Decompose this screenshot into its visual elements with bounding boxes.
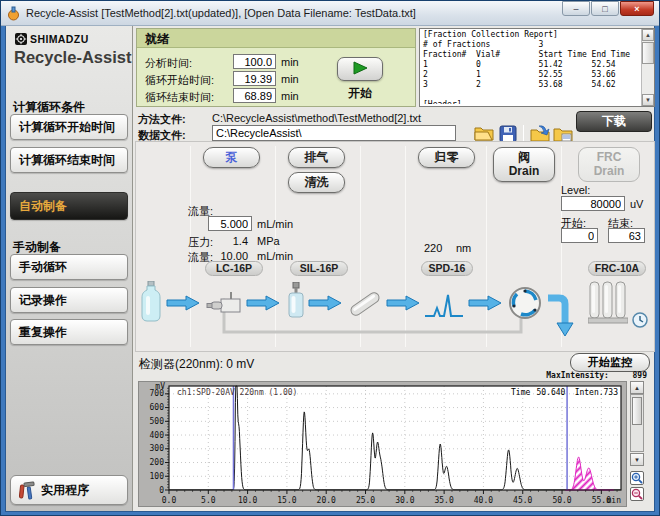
chart-scrollbar[interactable] <box>630 394 644 452</box>
utility-button[interactable]: 实用程序 <box>10 475 128 505</box>
calc-start-time-button[interactable]: 计算循环开始时间 <box>10 114 128 140</box>
device-badge-pump: LC-16P <box>205 261 263 276</box>
flow-arrow-icon <box>246 295 280 311</box>
shimadzu-logo-icon <box>15 33 27 45</box>
fraction-report-text: [Fraction Collection Report] # of Fracti… <box>420 29 640 104</box>
rinse-button[interactable]: 清洗 <box>288 172 345 193</box>
chromatogram-chart[interactable]: 01002003004005006007000.05.010.015.020.0… <box>138 381 627 507</box>
level-label: Level: <box>561 184 590 196</box>
chart-legend: ch1:SPD-20AV 220nm (1.00) <box>177 388 297 397</box>
y-axis-unit: mV <box>155 382 165 391</box>
maximize-button[interactable]: □ <box>591 1 619 16</box>
logo-text: SHIMADZU <box>30 33 89 45</box>
cycle-start-time-label: 循环开始时间: <box>145 73 214 88</box>
total-flow-unit: mL/min <box>257 250 293 262</box>
pressure-label: 压力: <box>188 235 213 250</box>
analysis-time-input[interactable] <box>233 54 276 69</box>
calc-end-time-button[interactable]: 计算循环结束时间 <box>10 147 128 173</box>
chart-scroll-down-button[interactable]: ▼ <box>630 453 644 466</box>
valve-drain-button[interactable]: 阀 Drain <box>493 147 555 182</box>
chart-scroll-up-button[interactable]: ▲ <box>630 381 644 394</box>
data-file-input[interactable] <box>212 125 456 141</box>
detector-peak-icon <box>424 292 464 319</box>
analysis-time-label: 分析时间: <box>145 56 192 71</box>
frc-drain-line1: FRC <box>597 150 622 164</box>
column-icon <box>348 287 382 321</box>
pressure-value: 1.4 <box>222 235 248 247</box>
column-divider <box>405 146 406 347</box>
cycle-start-time-input[interactable] <box>233 71 276 86</box>
download-button[interactable]: 下载 <box>576 111 652 132</box>
y-tick-label: 500 <box>150 417 165 426</box>
utility-button-label: 实用程序 <box>41 482 89 499</box>
pressure-unit: MPa <box>257 235 280 247</box>
recycle-valve-icon <box>508 286 542 320</box>
window-title: Recycle-Assist [TestMethod[2].txt(update… <box>26 7 561 19</box>
close-button[interactable]: × <box>620 1 654 16</box>
x-tick-label: 35.0 <box>434 496 453 505</box>
frc-drain-line2: Drain <box>594 164 625 178</box>
pump-button[interactable]: 泵 <box>203 147 260 168</box>
x-tick-label: 40.0 <box>474 496 493 505</box>
x-tick-label: 10.0 <box>238 496 257 505</box>
flow-arrow-icon <box>308 295 342 311</box>
chart-scroll-thumb[interactable] <box>632 397 642 425</box>
x-tick-label: 30.0 <box>395 496 414 505</box>
wavelength-value: 220 <box>424 242 442 254</box>
flow-rate-input[interactable] <box>208 216 252 231</box>
minimize-button[interactable]: – <box>562 1 590 16</box>
valve-drain-line2: Drain <box>509 164 540 178</box>
wavelength-unit: nm <box>456 242 471 254</box>
repeat-operation-button[interactable]: 重复操作 <box>10 319 128 345</box>
max-intensity: MaxIntensity: 899 <box>433 371 647 380</box>
record-operation-button[interactable]: 记录操作 <box>10 287 128 313</box>
x-tick-label: 15.0 <box>277 496 296 505</box>
zoom-out-icon[interactable] <box>630 487 644 501</box>
detector-title: 检测器(220nm): 0 mV <box>139 356 254 373</box>
time-value: 50.640 <box>536 388 565 397</box>
start-button-label: 开始 <box>337 85 383 102</box>
x-tick-label: 25.0 <box>356 496 375 505</box>
report-scroll-up-button[interactable]: ▲ <box>642 29 654 41</box>
x-tick-label: 0.0 <box>162 496 177 505</box>
x-tick-label: 5.0 <box>201 496 216 505</box>
flow-rate-unit: mL/min <box>257 218 293 230</box>
report-scroll-thumb[interactable] <box>642 42 654 64</box>
chart-plot[interactable]: 01002003004005006007000.05.010.015.020.0… <box>139 382 626 508</box>
level-unit: uV <box>630 198 643 210</box>
max-intensity-value: 899 <box>633 371 647 380</box>
report-scrollbar[interactable]: ▲ ▼ <box>641 29 654 106</box>
purge-button[interactable]: 排气 <box>288 147 345 168</box>
flow-diagram-panel: 泵 排气 清洗 归零 阀 Drain FRC Drain 流量: mL/min … <box>135 141 655 352</box>
level-input[interactable] <box>561 196 625 211</box>
auto-prep-button[interactable]: 自动制备 <box>10 192 128 220</box>
main-panel: 就绪 分析时间: min 循环开始时间: min 循环结束时间: min 开始 … <box>133 26 654 511</box>
range-end-input[interactable] <box>608 228 645 243</box>
zoom-in-icon[interactable] <box>630 471 644 485</box>
fraction-report-box[interactable]: [Fraction Collection Report] # of Fracti… <box>419 28 655 107</box>
flow-arrow-icon <box>166 295 200 311</box>
report-scroll-down-button[interactable]: ▼ <box>642 94 654 106</box>
column-divider <box>486 146 487 347</box>
down-arrow-icon <box>548 290 576 340</box>
cycle-end-time-input[interactable] <box>233 88 276 103</box>
zero-button[interactable]: 归零 <box>418 147 475 168</box>
app-icon <box>6 6 21 21</box>
start-button[interactable] <box>337 57 383 81</box>
method-file-label: 方法文件: <box>138 112 186 127</box>
sidebar: SHIMADZU Recycle-Assist 计算循环条件 计算循环开始时间 … <box>6 26 133 511</box>
frc-drain-button[interactable]: FRC Drain <box>578 147 640 182</box>
start-monitor-button[interactable]: 开始监控 <box>570 353 650 372</box>
time-label: Time <box>511 388 530 397</box>
flow-arrow-icon <box>468 295 502 311</box>
clock-icon <box>632 312 648 328</box>
manual-cycle-button[interactable]: 手动循环 <box>10 254 128 280</box>
analysis-time-unit: min <box>281 56 299 68</box>
play-icon <box>350 61 370 75</box>
method-file-value: C:\RecycleAssist\method\TestMethod[2].tx… <box>212 112 421 124</box>
cycle-end-time-unit: min <box>281 90 299 102</box>
cycle-end-time-label: 循环结束时间: <box>145 90 214 105</box>
device-badge-collector: FRC-10A <box>588 261 646 276</box>
x-tick-label: 50.0 <box>552 496 571 505</box>
range-start-input[interactable] <box>561 228 598 243</box>
